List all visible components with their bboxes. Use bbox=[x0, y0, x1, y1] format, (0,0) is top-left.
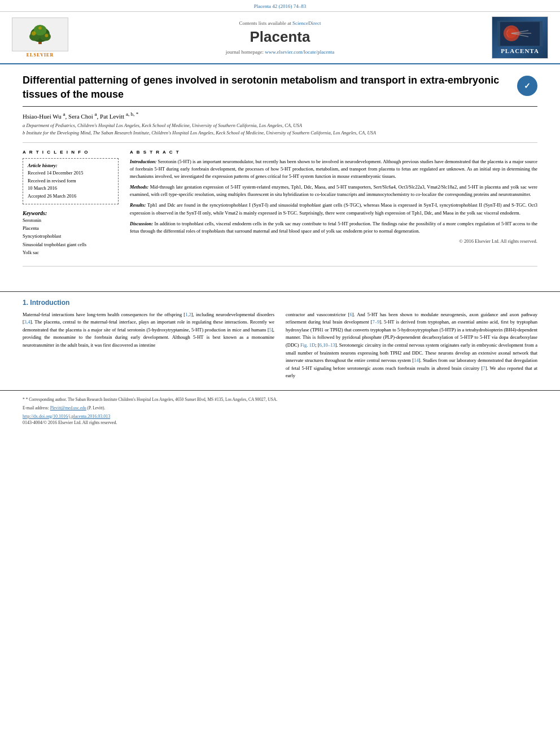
ref-7-9[interactable]: 7–9 bbox=[372, 319, 379, 325]
homepage-link[interactable]: www.elsevier.com/locate/placenta bbox=[265, 49, 334, 55]
abstract-discussion: Discussion: In addition to trophoblast c… bbox=[130, 220, 537, 235]
intro-para-2: contractor and vasoconstrictor [6]. And … bbox=[286, 311, 537, 380]
keyword-syncytiotrophoblast: Syncytiotrophoblast bbox=[23, 232, 119, 240]
corresponding-note: * * Corresponding author. The Saban Rese… bbox=[23, 396, 537, 403]
ref-6[interactable]: 6 bbox=[349, 312, 352, 317]
abstract-results: Results: Tph1 and Ddc are found in the s… bbox=[130, 202, 537, 216]
placenta-logo-section: PLACENTA bbox=[489, 16, 551, 59]
article-authors: Hsiao-Huei Wu a, Sera Choi a, Pat Levitt… bbox=[23, 111, 537, 120]
email-label: E-mail address: bbox=[23, 405, 49, 410]
results-text: Tph1 and Ddc are found in the syncytiotr… bbox=[130, 202, 537, 215]
keywords-block: Keywords: Serotonin Placenta Syncytiotro… bbox=[23, 210, 119, 257]
ref-5[interactable]: 5 bbox=[269, 327, 272, 333]
intro-text: Serotonin (5-HT) is an important neuromo… bbox=[130, 159, 537, 179]
affiliation-b: b Institute for the Developing Mind, The… bbox=[23, 129, 537, 137]
article-title-section: Differential patterning of genes involve… bbox=[23, 73, 537, 107]
ref-14[interactable]: 14 bbox=[414, 357, 419, 363]
article-affiliations: a Department of Pediatrics, Children's H… bbox=[23, 122, 537, 143]
abstract-header: A B S T R A C T bbox=[130, 150, 537, 155]
received-date: Received 14 December 2015 bbox=[28, 169, 113, 177]
body-content: 1. Introduction Maternal-fetal interacti… bbox=[0, 299, 560, 385]
section-1-number: 1. bbox=[23, 299, 30, 307]
keyword-yolk-sac: Yolk sac bbox=[23, 248, 119, 256]
article-info-col: A R T I C L E I N F O Article history: R… bbox=[23, 150, 119, 257]
discussion-label: Discussion: bbox=[130, 221, 153, 226]
keyword-sinusoidal: Sinusoidal trophoblast giant cells bbox=[23, 241, 119, 248]
footer-links: http://dx.doi.org/10.1016/j.placenta.201… bbox=[23, 414, 537, 425]
abstract-col: A B S T R A C T Introduction: Serotonin … bbox=[130, 150, 537, 257]
keywords-header: Keywords: bbox=[23, 210, 119, 216]
intro-left-col: Maternal-fetal interactions have long-te… bbox=[23, 311, 274, 385]
svg-point-7 bbox=[38, 27, 42, 30]
abstract-methods: Methods: Mid-through late gestation expr… bbox=[130, 184, 537, 198]
email-line: E-mail address: Plevitt@med.usc.edu (P. … bbox=[23, 405, 537, 411]
email-link[interactable]: Plevitt@med.usc.edu bbox=[50, 405, 86, 410]
footer-section: * * Corresponding author. The Saban Rese… bbox=[0, 390, 560, 429]
elsevier-logo: ELSEVIER bbox=[9, 18, 71, 58]
keyword-serotonin: Serotonin bbox=[23, 216, 119, 224]
journal-citation: Placenta 42 (2016) 74–83 bbox=[254, 3, 307, 9]
results-label: Results: bbox=[130, 202, 146, 208]
methods-text: Mid-through late gestation expression of… bbox=[130, 184, 537, 197]
article-content: Differential patterning of genes involve… bbox=[0, 64, 560, 285]
section-1-title: 1. Introduction bbox=[23, 299, 537, 307]
intro-right-col: contractor and vasoconstrictor [6]. And … bbox=[286, 311, 537, 385]
revised-label: Received in revised form bbox=[28, 177, 113, 185]
placenta-logo-text: PLACENTA bbox=[501, 47, 539, 54]
affiliation-a: a Department of Pediatrics, Children's H… bbox=[23, 122, 537, 129]
crossmark-badge[interactable]: ✓ bbox=[517, 76, 537, 96]
fig-1d-link[interactable]: Fig. 1D bbox=[300, 342, 315, 348]
svg-point-6 bbox=[45, 34, 49, 37]
issn-text: 0143-4004/© 2016 Elsevier Ltd. All right… bbox=[23, 420, 537, 425]
journal-title: Placenta bbox=[77, 28, 483, 46]
sciencedirect-prefix: Contents lists available at bbox=[239, 20, 291, 26]
journal-top-bar: Placenta 42 (2016) 74–83 bbox=[0, 0, 560, 12]
email-name: (P. Levitt). bbox=[88, 405, 106, 410]
crossmark-icon: ✓ bbox=[517, 76, 537, 96]
svg-point-5 bbox=[32, 31, 36, 36]
svg-text:✓: ✓ bbox=[524, 82, 531, 90]
intro-para-1: Maternal-fetal interactions have long-te… bbox=[23, 311, 274, 350]
history-label: Article history: bbox=[28, 162, 113, 170]
crossmark-svg: ✓ bbox=[518, 77, 536, 95]
section-1-label: Introduction bbox=[30, 299, 69, 307]
ref-6-13[interactable]: 6,10–13 bbox=[320, 342, 335, 348]
discussion-text: In addition to trophoblast cells, viscer… bbox=[130, 221, 537, 234]
revised-date: 10 March 2016 bbox=[28, 185, 113, 193]
article-history-block: Article history: Received 14 December 20… bbox=[28, 162, 113, 200]
authors-text: Hsiao-Huei Wu a, Sera Choi a, Pat Levitt… bbox=[23, 113, 138, 120]
article-info-header: A R T I C L E I N F O bbox=[23, 150, 119, 155]
abstract-introduction: Introduction: Serotonin (5-HT) is an imp… bbox=[130, 158, 537, 181]
homepage-prefix: journal homepage: bbox=[226, 49, 264, 55]
ref-7b[interactable]: 7 bbox=[483, 365, 485, 371]
elsevier-tree-icon bbox=[23, 24, 57, 45]
accepted-date: Accepted 26 March 2016 bbox=[28, 193, 113, 200]
elsevier-label: ELSEVIER bbox=[27, 53, 54, 58]
copyright-line: © 2016 Elsevier Ltd. All rights reserved… bbox=[130, 238, 537, 244]
intro-body-columns: Maternal-fetal interactions have long-te… bbox=[23, 311, 537, 385]
journal-header: ELSEVIER Contents lists available at Sci… bbox=[0, 12, 560, 64]
placenta-logo-image bbox=[497, 21, 542, 46]
article-title: Differential patterning of genes involve… bbox=[23, 73, 511, 102]
article-history-box: Article history: Received 14 December 20… bbox=[23, 158, 119, 204]
doi-link[interactable]: http://dx.doi.org/10.1016/j.placenta.201… bbox=[23, 414, 537, 419]
methods-label: Methods: bbox=[130, 184, 148, 190]
placenta-logo-box: PLACENTA bbox=[492, 16, 548, 59]
intro-label: Introduction: bbox=[130, 159, 156, 164]
article-info-abstract-layout: A R T I C L E I N F O Article history: R… bbox=[23, 150, 537, 267]
keyword-placenta: Placenta bbox=[23, 224, 119, 232]
ref-1[interactable]: 1,2 bbox=[185, 312, 191, 317]
elsevier-logo-image bbox=[12, 18, 68, 51]
section-divider bbox=[0, 291, 560, 292]
journal-header-center: Contents lists available at ScienceDirec… bbox=[77, 20, 483, 55]
journal-homepage: journal homepage: www.elsevier.com/locat… bbox=[77, 49, 483, 55]
ref-3[interactable]: 3,4 bbox=[24, 319, 30, 325]
corresponding-text: * Corresponding author. The Saban Resear… bbox=[26, 397, 278, 402]
sciencedirect-line: Contents lists available at ScienceDirec… bbox=[77, 20, 483, 26]
page-wrapper: Placenta 42 (2016) 74–83 bbox=[0, 0, 560, 429]
elsevier-logo-section: ELSEVIER bbox=[9, 18, 71, 58]
abstract-text: Introduction: Serotonin (5-HT) is an imp… bbox=[130, 158, 537, 235]
sciencedirect-link[interactable]: ScienceDirect bbox=[292, 20, 321, 26]
placenta-logo-svg bbox=[500, 22, 540, 46]
